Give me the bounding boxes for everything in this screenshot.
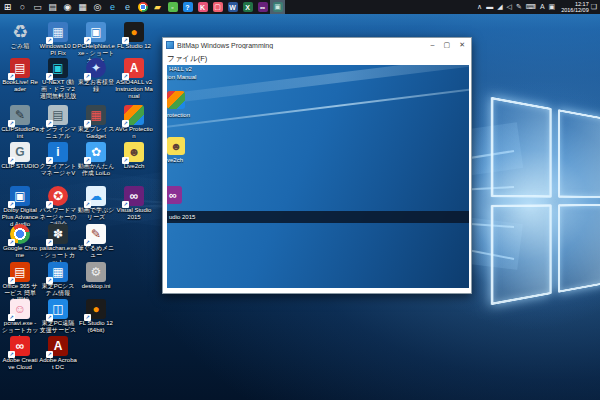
help-app-taskbar-icon[interactable]: ? bbox=[180, 0, 195, 14]
window-titlebar[interactable]: BitMap Windows Programming – ▢ ✕ bbox=[163, 38, 471, 52]
desktop-screen: ♻ごみ箱▦↗Windows10 DPI Fix▣↗PCHelpNavi.exe … bbox=[0, 0, 600, 400]
internet-explorer-taskbar-icon[interactable]: e bbox=[120, 0, 135, 14]
avg-protection-partial-icon bbox=[167, 91, 185, 109]
visual-studio-taskbar-icon[interactable]: ∞ bbox=[255, 0, 270, 14]
desktop-icon-asio4all-manual[interactable]: A↗ASIO4ALL v2 Instruction Manual bbox=[115, 58, 153, 100]
desktop-icon-fudegurume-menu[interactable]: ✎↗筆ぐるめメニュー bbox=[77, 224, 115, 259]
cortana-search-taskbar-icon[interactable]: ○ bbox=[15, 0, 30, 14]
green-app-icon: ▫ bbox=[168, 2, 178, 12]
green-app-taskbar-icon[interactable]: ▫ bbox=[165, 0, 180, 14]
shortcut-arrow-icon: ↗ bbox=[84, 157, 91, 164]
chrome-icon bbox=[138, 2, 148, 12]
shortcut-arrow-icon: ↗ bbox=[46, 157, 53, 164]
desktop-icon-visual-studio-2015[interactable]: ∞↗Visual Studio 2015 bbox=[115, 186, 153, 221]
desktop-icon-label: Google Chrome bbox=[1, 245, 39, 259]
tray-expand-icon[interactable]: ∧ bbox=[477, 0, 482, 14]
taskbar[interactable]: ⊞○▭▤◉▦◎ee▰▫?K▢WX∞▣ ∧▬◢◁✎⌨A▣ 12:17 2016/1… bbox=[0, 0, 600, 14]
desktop-icon-google-chrome[interactable]: ↗Google Chrome bbox=[1, 224, 39, 259]
desktop-icon-fl-studio-12-64bit[interactable]: ●↗FL Studio 12 (64bit) bbox=[77, 299, 115, 334]
video-learning-series-icon: ☁↗ bbox=[86, 186, 106, 206]
calculator-taskbar-icon[interactable]: ▦ bbox=[75, 0, 90, 14]
minimize-button[interactable]: – bbox=[431, 38, 435, 52]
maximize-button[interactable]: ▢ bbox=[444, 38, 451, 52]
windows10-dpi-fix-icon: ▦↗ bbox=[48, 22, 68, 42]
desktop-icon-client-manager-v[interactable]: i↗クライアントマネージャV bbox=[39, 142, 77, 177]
desktop-icon-label: 東芝お客様登録 bbox=[77, 79, 115, 93]
desktop-icon-video-learning-series[interactable]: ☁↗動画で学ぶシリーズ bbox=[77, 186, 115, 221]
desktop-icon-u-next[interactable]: ▣↗U-NEXT (動画・ドラマ2週間無料見放題) bbox=[39, 58, 77, 100]
desktop-icon-adobe-creative-cloud[interactable]: ∞↗Adobe Creative Cloud bbox=[1, 336, 39, 371]
touch-keyboard-icon[interactable]: ⌨ bbox=[526, 0, 536, 14]
ime-mode-icon[interactable]: A bbox=[540, 0, 545, 14]
desktop-icon-office-365-service[interactable]: ▤↗Office 365 サービス 簡単と開始 bbox=[1, 262, 39, 304]
desktop-icon-online-manual[interactable]: ▤↗オンラインマニュアル bbox=[39, 105, 77, 140]
shortcut-arrow-icon: ↗ bbox=[8, 314, 15, 321]
close-button[interactable]: ✕ bbox=[459, 38, 465, 52]
desktop-icon-label: ごみ箱 bbox=[1, 43, 39, 50]
bitmap-app-window[interactable]: BitMap Windows Programming – ▢ ✕ ファイル(F)… bbox=[162, 37, 472, 294]
desktop-icon-desktop-ini[interactable]: ⚙desktop.ini bbox=[77, 262, 115, 290]
desktop-icon-adobe-acrobat-dc[interactable]: A↗Adobe Acrobat DC bbox=[39, 336, 77, 371]
pen-settings-icon[interactable]: ✎ bbox=[516, 0, 522, 14]
start-icon: ⊞ bbox=[4, 0, 12, 14]
desktop-icon-pcnavi-shortcut[interactable]: ☺↗pcnavi.exe - ショートカット bbox=[1, 299, 39, 341]
shortcut-arrow-icon: ↗ bbox=[46, 37, 53, 44]
desktop-icon-label: 東芝PC遠隔支援サービス bbox=[39, 320, 77, 334]
task-view-taskbar-icon[interactable]: ▭ bbox=[30, 0, 45, 14]
volume-icon[interactable]: ◁ bbox=[507, 0, 512, 14]
store-icon: ▤ bbox=[48, 0, 57, 14]
edge-taskbar-icon[interactable]: e bbox=[105, 0, 120, 14]
window-menubar: ファイル(F) bbox=[163, 52, 471, 65]
clip-app-taskbar-icon[interactable]: ▢ bbox=[210, 0, 225, 14]
chrome-taskbar-icon[interactable] bbox=[135, 0, 150, 14]
desktop-icon-fl-studio-12[interactable]: ●↗FL Studio 12 bbox=[115, 22, 153, 50]
app-k-taskbar-icon[interactable]: K bbox=[195, 0, 210, 14]
toshiba-place-gadget-icon: ▦↗ bbox=[86, 105, 106, 125]
asio4all-manual-icon: A↗ bbox=[124, 58, 144, 78]
shortcut-arrow-icon: ↗ bbox=[122, 73, 129, 80]
windows-logo-pane bbox=[491, 97, 552, 198]
fl-studio-12-64bit-icon: ●↗ bbox=[86, 299, 106, 319]
camera-taskbar-icon[interactable]: ◉ bbox=[60, 0, 75, 14]
battery-icon[interactable]: ▬ bbox=[486, 0, 493, 14]
desktop-icon-clip-studio[interactable]: G↗CLIP STUDIO bbox=[1, 142, 39, 170]
booklive-reader-icon: ▤↗ bbox=[10, 58, 30, 78]
groove-music-taskbar-icon[interactable]: ◎ bbox=[90, 0, 105, 14]
desktop-icon-toshiba-pc-system-info[interactable]: ▦↗東芝PCシステム情報 bbox=[39, 262, 77, 297]
desktop-icon-paliachan-shortcut[interactable]: ✽↗paliachan.exe - ショートカット bbox=[39, 224, 77, 266]
desktop-icon-clip-studio-paint[interactable]: ✎↗CLIPStudioPaint bbox=[1, 105, 39, 140]
desktop-icon-label: Live2ch bbox=[115, 163, 153, 170]
shortcut-arrow-icon: ↗ bbox=[84, 120, 91, 127]
desktop-icon-toshiba-customer-registration[interactable]: ✦↗東芝お客様登録 bbox=[77, 58, 115, 93]
desktop-icon-password-manager-intro[interactable]: ✪↗パスワードマネージャーのご紹介 bbox=[39, 186, 77, 228]
password-manager-intro-icon: ✪↗ bbox=[48, 186, 68, 206]
shortcut-arrow-icon: ↗ bbox=[84, 239, 91, 246]
desktop-icon-live2ch[interactable]: ☻↗Live2ch bbox=[115, 142, 153, 170]
bitmap-app-taskbar-icon[interactable]: ▣ bbox=[270, 0, 285, 14]
action-center-icon[interactable]: ❑ bbox=[591, 0, 597, 14]
file-explorer-taskbar-icon[interactable]: ▰ bbox=[150, 0, 165, 14]
desktop-icon-recycle-bin[interactable]: ♻ごみ箱 bbox=[1, 22, 39, 50]
desktop-icon-label: Adobe Creative Cloud bbox=[1, 357, 39, 371]
desktop-icon-label: CLIPStudioPaint bbox=[1, 126, 39, 140]
desktop-icon-avg-protection[interactable]: ↗AVG Protection bbox=[115, 105, 153, 140]
desktop-icon-label: desktop.ini bbox=[77, 283, 115, 290]
client-manager-v-icon: i↗ bbox=[48, 142, 68, 162]
word-taskbar-icon[interactable]: W bbox=[225, 0, 240, 14]
desktop-icon-booklive-reader[interactable]: ▤↗BookLive! Reader bbox=[1, 58, 39, 93]
cortana-search-icon: ○ bbox=[20, 0, 25, 14]
menu-file[interactable]: ファイル(F) bbox=[167, 54, 207, 64]
ime-options-icon[interactable]: ▣ bbox=[549, 0, 556, 14]
store-taskbar-icon[interactable]: ▤ bbox=[45, 0, 60, 14]
network-icon[interactable]: ◢ bbox=[497, 0, 502, 14]
taskbar-clock[interactable]: 12:17 2016/12/09 bbox=[559, 1, 591, 13]
desktop-icon-toshiba-place-gadget[interactable]: ▦↗東芝プレイスGadget bbox=[77, 105, 115, 140]
desktop-icon-loilo[interactable]: ✿↗動画かんたん作成 LoiLo bbox=[77, 142, 115, 177]
desktop-icon-dolby-digital-plus[interactable]: ▣↗Dolby Digital Plus Advanced Audio bbox=[1, 186, 39, 228]
desktop-icons: ♻ごみ箱▦↗Windows10 DPI Fix▣↗PCHelpNavi.exe … bbox=[0, 14, 170, 400]
excel-taskbar-icon[interactable]: X bbox=[240, 0, 255, 14]
desktop-icon-windows10-dpi-fix[interactable]: ▦↗Windows10 DPI Fix bbox=[39, 22, 77, 57]
desktop-icon-toshiba-pc-remote-support[interactable]: ◫↗東芝PC遠隔支援サービス bbox=[39, 299, 77, 334]
start-taskbar-icon[interactable]: ⊞ bbox=[0, 0, 15, 14]
help-app-icon: ? bbox=[183, 2, 193, 12]
